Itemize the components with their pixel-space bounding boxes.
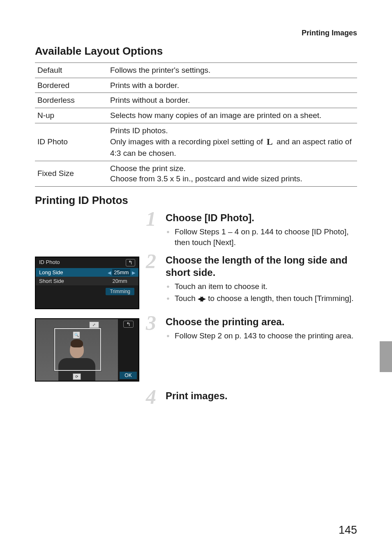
layout-desc: Follows the printer's settings. [108, 63, 357, 78]
step-title: Choose the printing area. [166, 316, 357, 328]
table-row: Borderless Prints without a border. [35, 93, 357, 108]
lcd-row-shortside[interactable]: Short Side 20mm [36, 277, 138, 285]
lcd-value: 20mm [104, 278, 135, 284]
layout-desc: Prints ID photos. Only images with a rec… [108, 123, 357, 161]
back-icon[interactable]: ↰ [123, 321, 134, 328]
layout-name: N-up [35, 108, 108, 123]
step-2: ID Photo ↰ Long Side ◀ 25mm ▶ Short Side… [35, 254, 357, 313]
layout-name: ID Photo [35, 123, 108, 161]
right-arrow-icon[interactable]: ▶ [132, 270, 135, 275]
table-row: Default Follows the printer's settings. [35, 63, 357, 78]
layout-name: Borderless [35, 93, 108, 108]
step-title: Choose the length of the long side and s… [166, 254, 357, 279]
step-bullet: Follow Steps 1 – 4 on p. 144 to choose [… [166, 227, 357, 248]
lcd-row-longside[interactable]: Long Side ◀ 25mm ▶ [36, 268, 138, 277]
step-3: ⤢ 🔍 ⟳ ↰ OK 3 Choose the printing area. F… [35, 316, 357, 382]
table-row: ID Photo Prints ID photos. Only images w… [35, 123, 357, 161]
section-header: Printing Images [35, 29, 357, 37]
step-number: 4 [146, 386, 156, 407]
table-row: N-up Selects how many copies of an image… [35, 108, 357, 123]
step-number: 1 [146, 208, 156, 229]
table-row: Fixed Size Choose the print size. Choose… [35, 161, 357, 186]
layout-desc: Selects how many copies of an image are … [108, 108, 357, 123]
step-bullet: Touch an item to choose it. [166, 281, 357, 292]
lcd-label: Long Side [39, 269, 63, 275]
table-row: Bordered Prints with a border. [35, 78, 357, 93]
resize-icon[interactable]: ⤢ [89, 322, 99, 328]
large-pixel-icon: L [265, 136, 274, 148]
lcd-idphoto-screen: ID Photo ↰ Long Side ◀ 25mm ▶ Short Side… [35, 257, 139, 309]
lcd-title: ID Photo [39, 259, 60, 266]
photo-preview[interactable]: ⤢ 🔍 ⟳ [36, 319, 118, 381]
lcd-crop-screen: ⤢ 🔍 ⟳ ↰ OK [35, 318, 139, 382]
magnify-icon[interactable]: 🔍 [73, 331, 80, 339]
side-tab [380, 341, 392, 372]
layout-name: Fixed Size [35, 161, 108, 186]
back-icon[interactable]: ↰ [126, 259, 135, 266]
heading-printing-id-photos: Printing ID Photos [35, 194, 357, 207]
step-number: 2 [146, 251, 156, 271]
trimming-button[interactable]: Trimming [106, 288, 134, 295]
layout-desc: Prints with a border. [108, 78, 357, 93]
step-1: 1 Choose [ID Photo]. Follow Steps 1 – 4 … [35, 212, 357, 252]
heading-layout-options: Available Layout Options [35, 45, 357, 58]
step-bullet: Touch ◀▶ to choose a length, then touch … [166, 293, 357, 304]
step-4: 4 Print images. [35, 390, 357, 405]
lcd-value: 25mm [112, 269, 130, 276]
layout-options-table: Default Follows the printer's settings. … [35, 62, 357, 187]
layout-name: Bordered [35, 78, 108, 93]
layout-desc: Prints without a border. [108, 93, 357, 108]
lcd-label: Short Side [39, 278, 64, 284]
ok-button[interactable]: OK [120, 372, 136, 379]
left-right-arrow-icon: ◀▶ [198, 295, 206, 303]
step-title: Choose [ID Photo]. [166, 212, 357, 224]
step-title: Print images. [166, 390, 357, 402]
step-number: 3 [146, 312, 156, 333]
layout-desc: Choose the print size. Choose from 3.5 x… [108, 161, 357, 186]
page-number: 145 [339, 524, 357, 537]
layout-name: Default [35, 63, 108, 78]
left-arrow-icon[interactable]: ◀ [108, 270, 111, 275]
rotate-icon[interactable]: ⟳ [73, 373, 81, 380]
step-bullet: Follow Step 2 on p. 143 to choose the pr… [166, 331, 357, 342]
